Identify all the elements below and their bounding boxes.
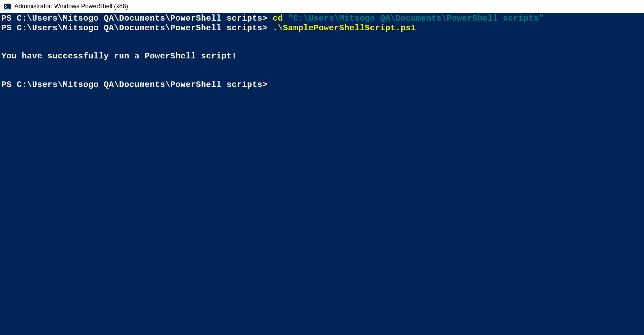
terminal-blank-line bbox=[1, 71, 643, 80]
terminal-line: PS C:\Users\Mitsogo QA\Documents\PowerSh… bbox=[1, 23, 643, 33]
terminal-blank-line bbox=[1, 33, 643, 42]
command-text: cd bbox=[273, 14, 288, 23]
command-text: .\SamplePowerShellScript.ps1 bbox=[273, 23, 416, 33]
terminal-output: You have successfully run a PowerShell s… bbox=[1, 52, 643, 61]
prompt-text: PS C:\Users\Mitsogo QA\Documents\PowerSh… bbox=[1, 80, 268, 89]
terminal-content-area[interactable]: PS C:\Users\Mitsogo QA\Documents\PowerSh… bbox=[0, 13, 644, 335]
terminal-blank-line bbox=[1, 42, 643, 52]
command-argument: "C:\Users\Mitsogo QA\Documents\PowerShel… bbox=[288, 14, 544, 23]
terminal-line: PS C:\Users\Mitsogo QA\Documents\PowerSh… bbox=[1, 80, 643, 90]
window-titlebar[interactable]: Administrator: Windows PowerShell (x86) bbox=[0, 0, 644, 13]
window-title: Administrator: Windows PowerShell (x86) bbox=[14, 3, 128, 10]
svg-rect-0 bbox=[4, 3, 11, 9]
prompt-text: PS C:\Users\Mitsogo QA\Documents\PowerSh… bbox=[1, 14, 273, 23]
prompt-text: PS C:\Users\Mitsogo QA\Documents\PowerSh… bbox=[1, 23, 273, 33]
terminal-line: PS C:\Users\Mitsogo QA\Documents\PowerSh… bbox=[1, 14, 643, 23]
powershell-icon bbox=[3, 3, 11, 10]
terminal-blank-line bbox=[1, 61, 643, 71]
